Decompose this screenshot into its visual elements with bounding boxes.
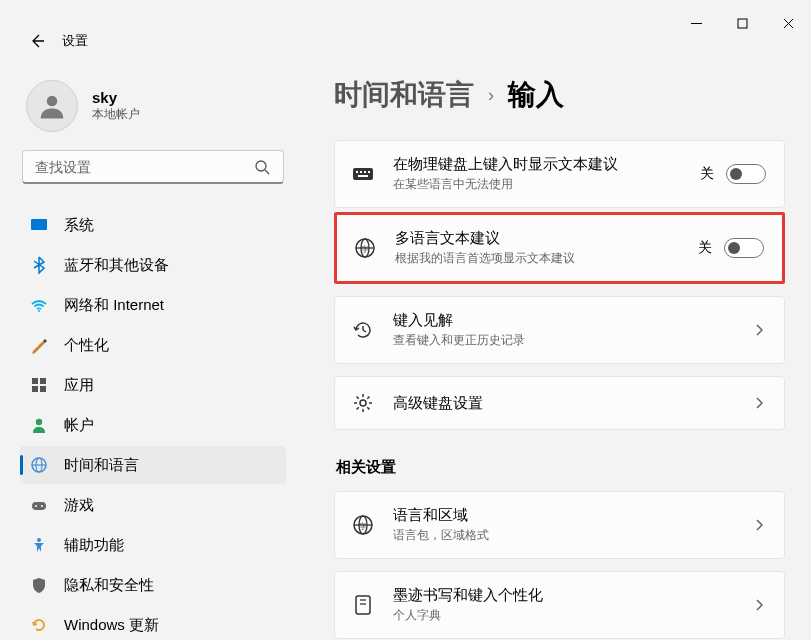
- svg-rect-7: [31, 219, 47, 230]
- sidebar-item-label: 帐户: [64, 416, 94, 435]
- svg-point-8: [38, 310, 40, 312]
- book-icon: [351, 593, 375, 617]
- breadcrumb-current: 输入: [508, 76, 564, 114]
- breadcrumb: 时间和语言 › 输入: [334, 76, 785, 114]
- setting-advanced-keyboard[interactable]: 高级键盘设置: [334, 376, 785, 430]
- sidebar-item-time-language[interactable]: 时间和语言: [20, 446, 286, 484]
- sidebar-item-update[interactable]: Windows 更新: [20, 606, 286, 640]
- svg-point-20: [37, 538, 41, 542]
- setting-desc: 个人字典: [393, 607, 734, 624]
- svg-text:字: 字: [359, 522, 367, 531]
- setting-text: 语言和区域 语言包，区域格式: [393, 506, 734, 544]
- svg-point-13: [36, 419, 42, 425]
- sidebar-item-apps[interactable]: 应用: [20, 366, 286, 404]
- sidebar-item-label: 隐私和安全性: [64, 576, 154, 595]
- toggle-state-label: 关: [700, 165, 714, 183]
- breadcrumb-parent[interactable]: 时间和语言: [334, 76, 474, 114]
- privacy-icon: [30, 576, 48, 594]
- back-button[interactable]: [28, 32, 46, 50]
- svg-line-32: [363, 330, 366, 332]
- sidebar-item-label: 应用: [64, 376, 94, 395]
- breadcrumb-separator: ›: [488, 85, 494, 106]
- profile-text: sky 本地帐户: [92, 89, 140, 123]
- nav: 系统 蓝牙和其他设备 网络和 Internet 个性化 应用 帐户: [20, 206, 286, 640]
- sidebar-item-label: 辅助功能: [64, 536, 124, 555]
- sidebar-item-label: 游戏: [64, 496, 94, 515]
- setting-right: 关: [698, 238, 764, 258]
- sidebar: sky 本地帐户 系统 蓝牙和其他设备 网络和 Internet: [0, 56, 300, 640]
- svg-rect-38: [356, 596, 370, 614]
- update-icon: [30, 616, 48, 634]
- chevron-right-icon: [752, 518, 766, 532]
- accessibility-icon: [30, 536, 48, 554]
- history-icon: [351, 318, 375, 342]
- sidebar-item-label: 蓝牙和其他设备: [64, 256, 169, 275]
- search-input[interactable]: [22, 150, 284, 184]
- svg-rect-9: [32, 378, 38, 384]
- svg-rect-17: [32, 502, 46, 510]
- setting-text: 在物理键盘上键入时显示文本建议 在某些语言中无法使用: [393, 155, 682, 193]
- maximize-button[interactable]: [719, 8, 765, 38]
- window-controls: [673, 8, 811, 38]
- setting-multilingual-suggestions[interactable]: 字 多语言文本建议 根据我的语言首选项显示文本建议 关: [334, 212, 785, 284]
- sidebar-item-privacy[interactable]: 隐私和安全性: [20, 566, 286, 604]
- sidebar-item-personalization[interactable]: 个性化: [20, 326, 286, 364]
- related-list: 字 语言和区域 语言包，区域格式 墨迹书写和键入个性化 个人字典: [334, 491, 785, 639]
- sidebar-item-label: 时间和语言: [64, 456, 139, 475]
- sidebar-item-network[interactable]: 网络和 Internet: [20, 286, 286, 324]
- svg-rect-10: [40, 378, 46, 384]
- gear-icon: [351, 391, 375, 415]
- svg-rect-25: [368, 171, 370, 173]
- toggle-state-label: 关: [698, 239, 712, 257]
- svg-rect-22: [356, 171, 358, 173]
- keyboard-icon: [351, 162, 375, 186]
- sidebar-item-gaming[interactable]: 游戏: [20, 486, 286, 524]
- profile[interactable]: sky 本地帐户: [20, 76, 286, 150]
- svg-rect-21: [353, 168, 373, 180]
- setting-desc: 在某些语言中无法使用: [393, 176, 682, 193]
- search-wrap: [20, 150, 286, 184]
- sidebar-item-account[interactable]: 帐户: [20, 406, 286, 444]
- setting-desc: 根据我的语言首选项显示文本建议: [395, 250, 680, 267]
- svg-point-4: [47, 96, 58, 107]
- setting-inking-typing[interactable]: 墨迹书写和键入个性化 个人字典: [334, 571, 785, 639]
- toggle-switch[interactable]: [726, 164, 766, 184]
- minimize-button[interactable]: [673, 8, 719, 38]
- app-title: 设置: [62, 32, 88, 50]
- setting-desc: 语言包，区域格式: [393, 527, 734, 544]
- bluetooth-icon: [30, 256, 48, 274]
- setting-right: [752, 598, 766, 612]
- svg-rect-24: [364, 171, 366, 173]
- svg-point-33: [360, 400, 366, 406]
- chevron-right-icon: [752, 598, 766, 612]
- sidebar-item-label: 个性化: [64, 336, 109, 355]
- svg-rect-12: [40, 386, 46, 392]
- close-button[interactable]: [765, 8, 811, 38]
- wifi-icon: [30, 296, 48, 314]
- setting-language-region[interactable]: 字 语言和区域 语言包，区域格式: [334, 491, 785, 559]
- setting-right: 关: [700, 164, 766, 184]
- sidebar-item-label: 系统: [64, 216, 94, 235]
- toggle-switch[interactable]: [724, 238, 764, 258]
- setting-right: [752, 518, 766, 532]
- svg-text:字: 字: [361, 245, 369, 254]
- setting-physical-keyboard-suggestions[interactable]: 在物理键盘上键入时显示文本建议 在某些语言中无法使用 关: [334, 140, 785, 208]
- sidebar-item-label: 网络和 Internet: [64, 296, 164, 315]
- sidebar-item-bluetooth[interactable]: 蓝牙和其他设备: [20, 246, 286, 284]
- chevron-right-icon: [752, 323, 766, 337]
- setting-title: 在物理键盘上键入时显示文本建议: [393, 155, 682, 174]
- sidebar-item-accessibility[interactable]: 辅助功能: [20, 526, 286, 564]
- svg-rect-26: [358, 175, 368, 177]
- profile-name: sky: [92, 89, 140, 106]
- setting-title: 语言和区域: [393, 506, 734, 525]
- sidebar-item-system[interactable]: 系统: [20, 206, 286, 244]
- related-section-header: 相关设置: [336, 458, 785, 477]
- setting-text: 高级键盘设置: [393, 394, 734, 413]
- svg-rect-1: [738, 19, 747, 28]
- language-icon: 字: [353, 236, 377, 260]
- setting-right: [752, 323, 766, 337]
- setting-typing-insights[interactable]: 键入见解 查看键入和更正历史记录: [334, 296, 785, 364]
- svg-point-19: [41, 505, 43, 507]
- setting-title: 高级键盘设置: [393, 394, 734, 413]
- sidebar-item-label: Windows 更新: [64, 616, 159, 635]
